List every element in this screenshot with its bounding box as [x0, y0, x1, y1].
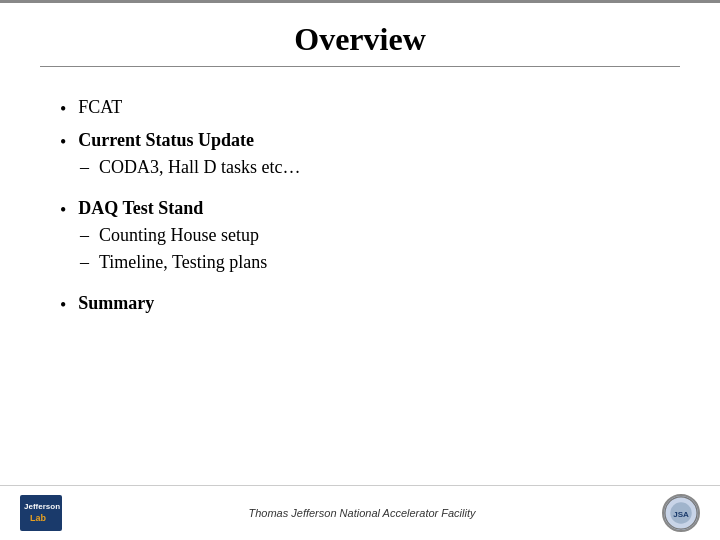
svg-text:Jefferson: Jefferson — [24, 502, 60, 511]
bullet-dot: • — [60, 200, 66, 221]
sub-dash: – — [80, 157, 89, 178]
sub-text-timeline: Timeline, Testing plans — [99, 252, 267, 273]
bullet-dot: • — [60, 295, 66, 316]
svg-text:JSA: JSA — [673, 510, 689, 519]
bullet-dot: • — [60, 99, 66, 120]
title-area: Overview — [0, 3, 720, 77]
jlab-icon: Jefferson Lab — [20, 495, 62, 531]
list-item: – CODA3, Hall D tasks etc… — [80, 157, 300, 178]
sub-list: – Counting House setup – Timeline, Testi… — [80, 225, 267, 279]
svg-text:Lab: Lab — [30, 513, 47, 523]
bullet-dot: • — [60, 132, 66, 153]
content-area: • FCAT • Current Status Update – CODA3, … — [0, 77, 720, 485]
bullet-text-daq: DAQ Test Stand — [78, 198, 203, 219]
list-item: • Summary — [60, 293, 660, 316]
list-item: – Timeline, Testing plans — [80, 252, 267, 273]
list-item: • Current Status Update – CODA3, Hall D … — [60, 130, 660, 188]
list-item: • FCAT — [60, 97, 660, 120]
bullet-text-fcat: FCAT — [78, 97, 122, 118]
slide: Overview • FCAT • Current Status Update … — [0, 0, 720, 540]
footer-right: JSA — [662, 494, 700, 532]
sub-list: – CODA3, Hall D tasks etc… — [80, 157, 300, 184]
sub-dash: – — [80, 225, 89, 246]
footer-logo-left: Jefferson Lab — [20, 495, 62, 531]
sub-text-coda3: CODA3, Hall D tasks etc… — [99, 157, 300, 178]
bullet-text-current-status: Current Status Update — [78, 130, 254, 151]
bullet-text-summary: Summary — [78, 293, 154, 314]
jlab-logo: Jefferson Lab — [20, 495, 62, 531]
list-item: – Counting House setup — [80, 225, 267, 246]
list-item: • DAQ Test Stand – Counting House setup … — [60, 198, 660, 283]
sub-dash: – — [80, 252, 89, 273]
title-underline — [40, 66, 680, 67]
footer: Jefferson Lab Thomas Jefferson National … — [0, 485, 720, 540]
bullet-list: • FCAT • Current Status Update – CODA3, … — [60, 97, 660, 316]
jsa-badge: JSA — [662, 494, 700, 532]
sub-text-counting-house: Counting House setup — [99, 225, 259, 246]
slide-title: Overview — [40, 21, 680, 58]
footer-center-text: Thomas Jefferson National Accelerator Fa… — [62, 507, 662, 519]
